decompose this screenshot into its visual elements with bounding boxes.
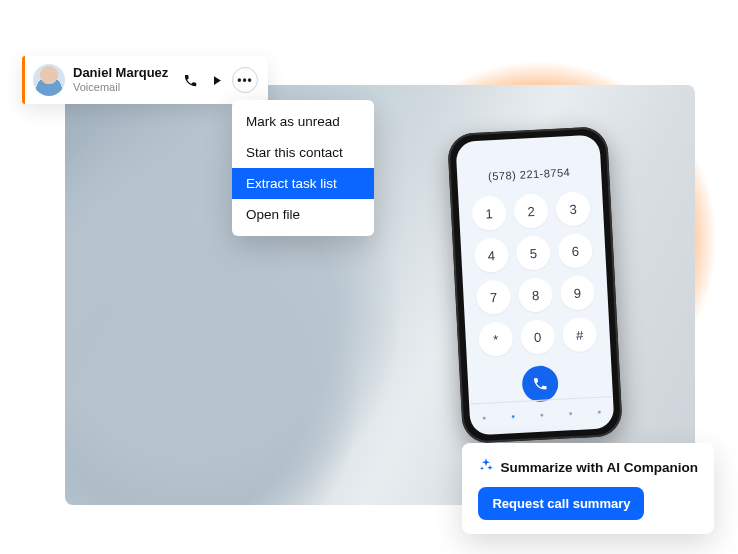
dialer-key: 9 [560, 275, 596, 311]
dialer-key: 4 [474, 237, 510, 273]
dialer-key: 5 [515, 235, 551, 271]
dialer-key: 6 [557, 233, 593, 269]
dialer-key: 2 [513, 193, 549, 229]
dialer-key: 1 [471, 195, 507, 231]
ai-card-title: Summarize with AI Companion [500, 460, 698, 475]
call-back-button[interactable] [180, 70, 200, 90]
contact-name: Daniel Marquez [73, 66, 174, 81]
phone-bottom-tabs: ●●●●● [469, 396, 614, 431]
phone-icon [183, 73, 198, 88]
phone-mockup: (578) 221-8754 1 2 3 4 5 6 7 8 9 * 0 # ●… [447, 126, 623, 444]
menu-item-star-contact[interactable]: Star this contact [232, 137, 374, 168]
menu-item-open-file[interactable]: Open file [232, 199, 374, 230]
request-call-summary-button[interactable]: Request call summary [478, 487, 644, 520]
dialer-number: (578) 221-8754 [488, 166, 571, 182]
accent-bar [22, 56, 25, 104]
play-icon [209, 73, 224, 88]
dialer-key: 0 [520, 319, 556, 355]
more-menu-button[interactable]: ••• [232, 67, 258, 93]
dialer-key: 3 [555, 191, 591, 227]
voicemail-card: Daniel Marquez Voicemail ••• [22, 56, 268, 104]
dialer-key: # [562, 317, 598, 353]
sparkle-icon [478, 457, 494, 477]
dialer-keypad: 1 2 3 4 5 6 7 8 9 * 0 # [471, 191, 597, 357]
dialer-key: * [478, 321, 514, 357]
menu-item-mark-unread[interactable]: Mark as unread [232, 106, 374, 137]
voicemail-more-menu: Mark as unread Star this contact Extract… [232, 100, 374, 236]
ai-companion-card: Summarize with AI Companion Request call… [462, 443, 714, 534]
voicemail-label: Voicemail [73, 81, 174, 94]
phone-icon [532, 375, 549, 392]
hero-photo: (578) 221-8754 1 2 3 4 5 6 7 8 9 * 0 # ●… [65, 85, 695, 505]
dialer-call-button [521, 365, 559, 403]
menu-item-extract-task-list[interactable]: Extract task list [232, 168, 374, 199]
avatar [33, 64, 65, 96]
dialer-key: 7 [476, 279, 512, 315]
dialer-key: 8 [518, 277, 554, 313]
play-button[interactable] [206, 70, 226, 90]
